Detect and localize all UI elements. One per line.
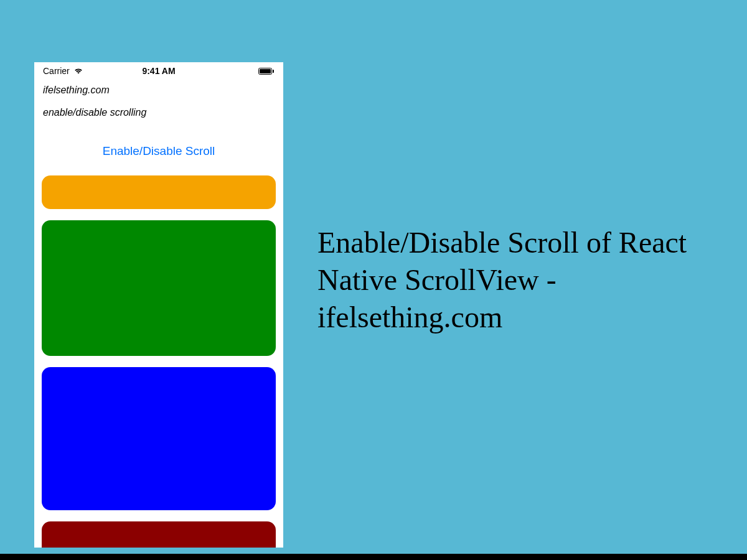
wifi-icon [73, 67, 83, 75]
subtitle-label: enable/disable scrolling [43, 107, 275, 118]
status-bar: Carrier 9:41 AM [34, 62, 283, 78]
scroll-item-blue [42, 367, 276, 510]
scroll-view[interactable] [34, 175, 283, 548]
toggle-scroll-button[interactable]: Enable/Disable Scroll [34, 122, 283, 175]
article-headline: Enable/Disable Scroll of React Native Sc… [317, 224, 716, 336]
scroll-item-green [42, 220, 276, 356]
battery-icon [258, 67, 275, 75]
carrier-label: Carrier [43, 66, 70, 76]
site-label: ifelsething.com [43, 85, 275, 96]
status-time: 9:41 AM [142, 66, 175, 76]
bottom-border [0, 554, 747, 560]
scroll-item-orange [42, 175, 276, 209]
app-header: ifelsething.com enable/disable scrolling [34, 78, 283, 122]
phone-simulator-frame: Carrier 9:41 AM ifelsething.com enable/d… [34, 62, 283, 548]
status-left: Carrier [43, 66, 83, 76]
scroll-item-darkred [42, 521, 276, 548]
